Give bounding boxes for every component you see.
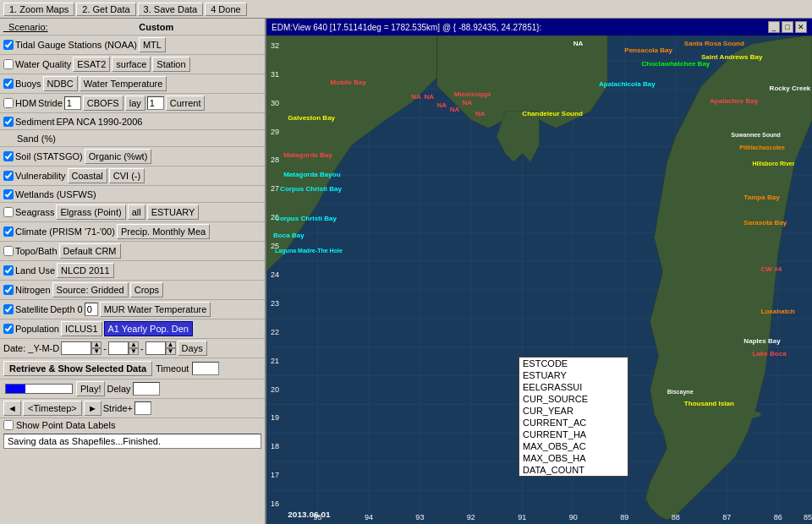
wetlands-checkbox-label[interactable]: Wetlands (USFWS) [3,189,96,199]
wetlands-row: Wetlands (USFWS) [0,186,265,203]
hdm-current-button[interactable]: Current [166,96,206,111]
dropdown-item-estcode[interactable]: ESTCODE [519,358,628,369]
save-data-button[interactable]: 3. Save Data [138,3,204,16]
map-maximize-button[interactable]: □ [782,21,793,33]
hdm-checkbox[interactable] [3,98,14,108]
svg-text:21: 21 [271,357,279,365]
done-button[interactable]: 4 Done [205,3,246,16]
nitrogen-checkbox[interactable] [3,285,14,295]
topo-checkbox-label[interactable]: Topo/Bath [3,246,58,256]
topo-checkbox[interactable] [3,246,14,256]
timestep-button[interactable]: <Timestep> [23,401,82,416]
days-button[interactable]: Days [178,341,207,356]
satellite-checkbox[interactable] [3,304,14,314]
map-canvas[interactable]: 32 31 30 29 28 27 26 25 24 23 22 21 20 1… [266,35,812,524]
landuse-checkbox[interactable] [3,265,14,276]
dropdown-item-eelgrassui[interactable]: EELGRASSUI [519,381,628,393]
buoys-ndbc-button[interactable]: NDBC [43,76,78,91]
climate-checkbox-label[interactable]: Climate (PRISM '71-'00) [3,227,115,237]
soil-checkbox-label[interactable]: Soil (STATSGO) [3,151,83,161]
satellite-checkbox-label[interactable]: Satellite [3,304,48,314]
timestep-prev-button[interactable]: ◄ [3,401,21,416]
play-button[interactable]: Play! [76,381,105,396]
tidal-gauge-row: Tidal Gauge Stations (NOAA) MTL [0,35,265,55]
day-down-button[interactable]: ▼ [166,348,176,355]
soil-checkbox[interactable] [3,151,14,161]
hdm-checkbox-label[interactable]: HDM [3,98,36,108]
nitrogen-crops-button[interactable]: Crops [130,282,163,297]
day-input[interactable]: 01 [145,341,166,355]
svg-text:29: 29 [271,128,279,136]
landuse-nlcd-button[interactable]: NLCD 2011 [57,263,113,278]
topo-crm-button[interactable]: Default CRM [59,243,121,259]
water-quality-checkbox-label[interactable]: Water Quality [3,59,71,69]
map-minimize-button[interactable]: _ [768,21,780,33]
buoys-water-temp-button[interactable]: Water Temperature [80,76,167,91]
buoys-checkbox-label[interactable]: Buoys [3,79,41,89]
tidal-gauge-checkbox[interactable] [3,40,14,50]
population-checkbox[interactable] [3,324,14,334]
soil-organic-button[interactable]: Organic (%wt) [85,149,152,164]
playback-section: Play! Delay 100 [0,379,265,399]
population-checkbox-label[interactable]: Population [3,324,59,334]
timestep-next-button[interactable]: ► [84,401,102,416]
get-data-button[interactable]: 2. Get Data [76,3,135,16]
dropdown-item-cur_year[interactable]: CUR_YEAR [519,405,628,417]
nitrogen-source-button[interactable]: Source: Gridded [52,282,129,297]
landuse-checkbox-label[interactable]: Land Use [3,265,55,276]
satellite-depth-input[interactable] [85,303,98,316]
sediment-checkbox[interactable] [3,117,14,127]
wetlands-checkbox[interactable] [3,189,14,199]
seagrass-elgrass-button[interactable]: Elgrass (Point) [56,205,125,220]
dropdown-item-current_ha[interactable]: CURRENT_HA [519,428,628,440]
year-input[interactable]: 2013 [61,341,91,355]
seagrass-all-button[interactable]: all [128,205,145,220]
satellite-mur-button[interactable]: MUR Water Temperature [100,302,211,317]
map-close-button[interactable]: ✕ [795,21,807,33]
hdm-cbofs-button[interactable]: CBOFS [83,96,123,111]
water-quality-esat2-button[interactable]: ESAT2 [73,57,110,72]
dropdown-item-data_count[interactable]: DATA_COUNT [519,464,628,476]
show-labels-checkbox[interactable] [3,420,14,430]
dropdown-overlay[interactable]: ESTCODEESTUARYEELGRASSUICUR_SOURCECUR_YE… [518,357,628,477]
sediment-checkbox-label[interactable]: Sediment [3,117,54,127]
dropdown-item-max_obs_ac[interactable]: MAX_OBS_AC [519,440,628,452]
vulnerability-coastal-button[interactable]: Coastal [68,168,107,183]
dropdown-item-max_obs_ha[interactable]: MAX_OBS_HA [519,452,628,464]
vulnerability-checkbox[interactable] [3,171,14,181]
water-quality-surface-button[interactable]: surface [112,57,151,72]
seagrass-checkbox-label[interactable]: Seagrass [3,207,54,217]
progress-fill [6,385,25,393]
population-yearly-button[interactable]: A1 Yearly Pop. Den [104,321,193,336]
nitrogen-checkbox-label[interactable]: Nitrogen [3,285,51,295]
population-iclus-button[interactable]: ICLUS1 [61,321,102,336]
water-quality-checkbox[interactable] [3,59,14,69]
hdm-lay-input[interactable] [147,96,164,110]
tidal-gauge-checkbox-label[interactable]: Tidal Gauge Stations (NOAA) [3,40,137,50]
timeout-input[interactable]: 300 [192,362,219,375]
vulnerability-cvi-button[interactable]: CVI (-) [109,168,145,183]
zoom-maps-button[interactable]: 1. Zoom Maps [3,3,74,16]
vulnerability-checkbox-label[interactable]: Vulnerability [3,171,66,181]
dropdown-item-cur_source[interactable]: CUR_SOURCE [519,393,628,405]
climate-precip-button[interactable]: Precip. Monthly Mea [117,224,210,239]
progress-bar [5,384,73,394]
dropdown-item-estuary[interactable]: ESTUARY [519,369,628,381]
main-content: _Scenario: Custom Tidal Gauge Stations (… [0,19,812,524]
month-input[interactable]: 06 [108,341,129,355]
retrieve-button[interactable]: Retrieve & Show Selected Data [3,361,152,376]
hdm-lay-button[interactable]: lay [125,96,145,111]
hdm-stride-input[interactable] [64,96,81,110]
stride-plus-input[interactable]: 1 [134,401,151,415]
dropdown-item-current_ac[interactable]: CURRENT_AC [519,417,628,428]
year-down-button[interactable]: ▼ [91,348,102,355]
climate-checkbox[interactable] [3,227,14,237]
buoys-checkbox[interactable] [3,79,14,89]
tidal-gauge-mtl-button[interactable]: MTL [139,37,166,52]
month-down-button[interactable]: ▼ [129,348,139,355]
water-quality-station-button[interactable]: Station [152,57,189,72]
svg-text:16: 16 [271,499,279,508]
delay-input[interactable]: 100 [133,382,160,396]
seagrass-checkbox[interactable] [3,207,14,217]
seagrass-estuary-button[interactable]: ESTUARY [147,205,200,220]
